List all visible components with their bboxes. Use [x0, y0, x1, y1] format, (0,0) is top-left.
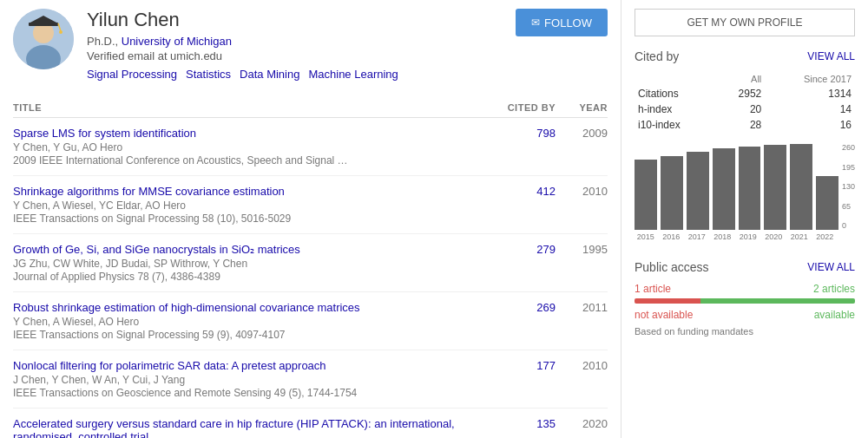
paper-year: 2011: [556, 301, 608, 314]
stat-all: 28: [715, 117, 765, 133]
chart-bars: [635, 143, 838, 230]
stat-since: 14: [765, 101, 855, 117]
profile-tag[interactable]: Data Mining: [240, 68, 299, 81]
cited-by-header: Cited by VIEW ALL: [635, 49, 855, 63]
table-row: Accelerated surgery versus standard care…: [13, 409, 608, 438]
paper-year: 1995: [556, 243, 608, 256]
table-row: Growth of Ge, Si, and SiGe nanocrystals …: [13, 234, 608, 292]
paper-journal: IEEE Transactions on Signal Processing 5…: [13, 329, 486, 341]
chart-x-label: 2017: [686, 232, 708, 241]
paper-year: 2009: [556, 127, 608, 140]
sidebar: GET MY OWN PROFILE Cited by VIEW ALL All…: [621, 0, 868, 438]
stat-label: Citations: [635, 86, 715, 101]
paper-journal: Journal of Applied Physics 78 (7), 4386-…: [13, 271, 486, 283]
paper-cited-count[interactable]: 279: [486, 243, 556, 256]
chart-bar: [635, 160, 657, 230]
chart-x-label: 2021: [788, 232, 811, 241]
not-available-label: not available: [635, 309, 693, 321]
paper-authors: Y Chen, A Wiesel, AO Hero: [13, 316, 486, 328]
stat-since: 16: [765, 117, 855, 133]
envelope-icon: ✉: [531, 16, 540, 29]
svg-point-6: [59, 30, 62, 34]
stat-since: 1314: [765, 86, 855, 101]
stat-col-since: Since 2017: [765, 72, 855, 86]
y-label-260: 260: [842, 143, 855, 152]
chart-x-label: 2018: [712, 232, 734, 241]
paper-year: 2010: [556, 359, 608, 372]
paper-info: Sparse LMS for system identification Y C…: [13, 127, 486, 167]
table-row: Sparse LMS for system identification Y C…: [13, 118, 608, 176]
table-row: Nonlocal filtering for polarimetric SAR …: [13, 350, 608, 409]
paper-info: Shrinkage algorithms for MMSE covariance…: [13, 185, 486, 225]
profile-email: Verified email at umich.edu: [87, 49, 503, 62]
papers-header: TITLE CITED BY YEAR: [13, 98, 608, 118]
papers-list: Sparse LMS for system identification Y C…: [13, 118, 608, 438]
chart-bar: [713, 148, 735, 230]
year-column-header: YEAR: [556, 102, 608, 113]
stat-col-all: All: [715, 72, 765, 86]
paper-cited-count[interactable]: 269: [486, 301, 556, 314]
profile-degree: Ph.D., University of Michigan: [87, 35, 503, 48]
university-link[interactable]: University of Michigan: [122, 35, 232, 48]
access-labels: not available available: [635, 307, 855, 321]
chart-bar: [687, 152, 709, 230]
cited-by-title: Cited by: [635, 49, 679, 63]
public-access-header: Public access VIEW ALL: [635, 260, 855, 274]
access-note: Based on funding mandates: [635, 326, 855, 337]
paper-cited-count[interactable]: 798: [486, 127, 556, 140]
cited-by-view-all[interactable]: VIEW ALL: [807, 50, 855, 62]
paper-info: Growth of Ge, Si, and SiGe nanocrystals …: [13, 243, 486, 283]
profile-info: Yilun Chen Ph.D., University of Michigan…: [87, 9, 503, 81]
not-available-bar: [635, 298, 700, 304]
paper-cited-count[interactable]: 412: [486, 185, 556, 198]
not-available-count: 1 article: [635, 283, 671, 295]
y-label-0: 0: [842, 221, 855, 230]
public-access-view-all[interactable]: VIEW ALL: [807, 261, 855, 273]
stat-row: h-index 20 14: [635, 101, 855, 117]
paper-title[interactable]: Nonlocal filtering for polarimetric SAR …: [13, 359, 486, 372]
paper-journal: IEEE Transactions on Signal Processing 5…: [13, 212, 486, 225]
available-bar: [700, 298, 855, 304]
paper-cited-count[interactable]: 177: [486, 359, 556, 372]
paper-authors: J Chen, Y Chen, W An, Y Cui, J Yang: [13, 374, 486, 386]
paper-cited-count[interactable]: 135: [486, 417, 556, 430]
papers-section: TITLE CITED BY YEAR Sparse LMS for syste…: [13, 98, 608, 438]
paper-title[interactable]: Growth of Ge, Si, and SiGe nanocrystals …: [13, 243, 486, 256]
profile-tag[interactable]: Statistics: [186, 68, 231, 81]
chart-x-label: 2019: [737, 232, 760, 241]
chart-bar: [764, 145, 786, 230]
paper-title[interactable]: Robust shrinkage estimation of high-dime…: [13, 301, 486, 314]
paper-title[interactable]: Sparse LMS for system identification: [13, 127, 486, 140]
title-column-header: TITLE: [13, 102, 486, 113]
avatar: [13, 9, 74, 69]
chart-bar: [816, 176, 838, 230]
paper-journal: 2009 IEEE International Conference on Ac…: [13, 154, 486, 167]
paper-title[interactable]: Shrinkage algorithms for MMSE covariance…: [13, 185, 486, 198]
chart-x-labels: 20152016201720182019202020212022: [635, 232, 836, 241]
stat-label: i10-index: [635, 117, 715, 133]
profile-tag[interactable]: Machine Learning: [308, 68, 398, 81]
paper-year: 2020: [556, 417, 608, 430]
follow-button[interactable]: ✉ FOLLOW: [516, 9, 608, 36]
paper-journal: IEEE Transactions on Geoscience and Remo…: [13, 387, 486, 399]
chart-x-label: 2022: [814, 232, 837, 241]
chart-x-label: 2016: [661, 232, 683, 241]
available-label: available: [693, 309, 855, 321]
paper-info: Nonlocal filtering for polarimetric SAR …: [13, 359, 486, 399]
paper-title[interactable]: Accelerated surgery versus standard care…: [13, 417, 486, 438]
paper-info: Accelerated surgery versus standard care…: [13, 417, 486, 438]
y-label-130: 130: [842, 182, 855, 191]
stats-table: All Since 2017 Citations 2952 1314 h-ind…: [635, 72, 855, 133]
stat-all: 2952: [715, 86, 765, 101]
profile-tag[interactable]: Signal Processing: [87, 68, 177, 81]
paper-authors: Y Chen, Y Gu, AO Hero: [13, 141, 486, 154]
chart-bar: [739, 147, 761, 230]
citations-chart: 260 195 130 65 0 20152016201720182019202…: [635, 143, 855, 247]
get-profile-button[interactable]: GET MY OWN PROFILE: [635, 9, 855, 36]
stat-row: i10-index 28 16: [635, 117, 855, 133]
chart-x-label: 2015: [635, 232, 657, 241]
public-access-section: Public access VIEW ALL 1 article 2 artic…: [635, 260, 855, 337]
paper-year: 2010: [556, 185, 608, 198]
chart-bar: [790, 144, 812, 230]
available-count: 2 articles: [813, 283, 855, 295]
